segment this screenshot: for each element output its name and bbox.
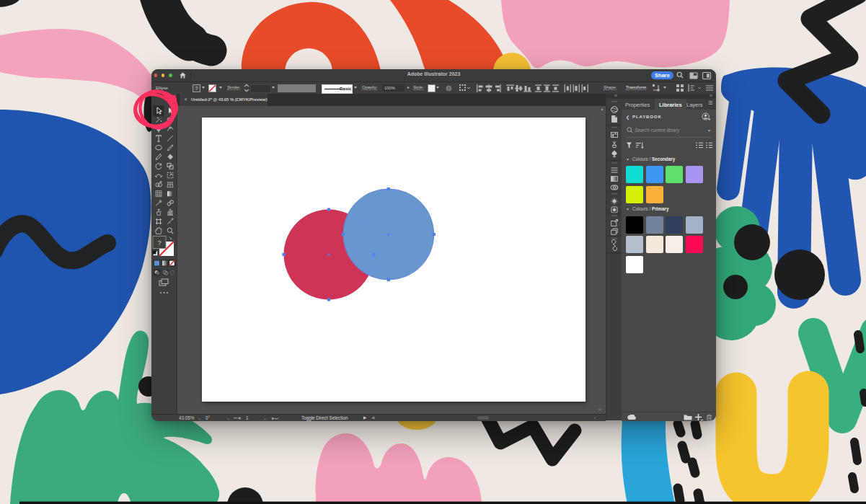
svg-text:?: ? bbox=[157, 239, 161, 247]
